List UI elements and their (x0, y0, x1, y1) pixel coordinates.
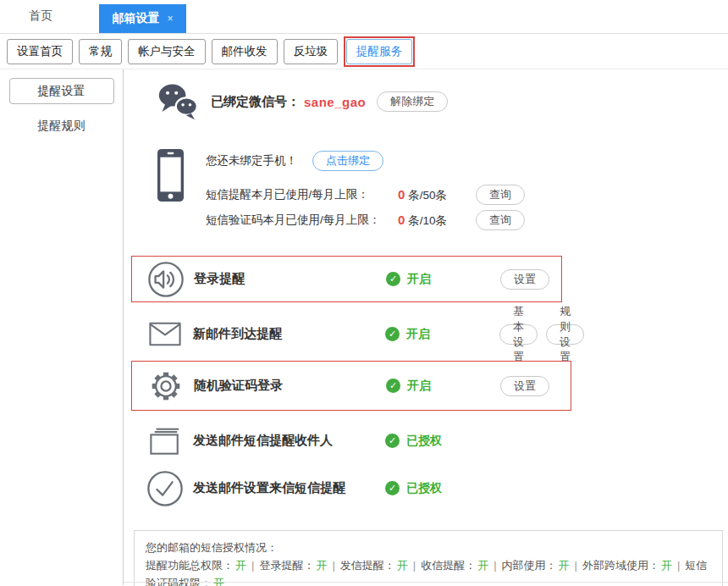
sms-used-count: 0 (398, 187, 405, 202)
auth-value: 开 (661, 559, 672, 572)
window-tab-bar: 首页 邮箱设置 × (0, 0, 728, 34)
auth-value: 开 (477, 559, 488, 572)
query-sms-button[interactable]: 查询 (476, 185, 525, 205)
bind-phone-button[interactable]: 点击绑定 (312, 151, 383, 171)
feature-status: ✓ 开启 (386, 272, 431, 287)
sms-usage-label: 短信提醒本月已使用/每月上限： (206, 187, 398, 202)
nav-tab-antispam[interactable]: 反垃圾 (284, 39, 339, 64)
auth-separator: | (575, 559, 577, 572)
feature-title: 发送邮件短信提醒收件人 (193, 433, 333, 449)
feature-status-text: 已授权 (406, 481, 442, 496)
auth-value: 开 (316, 559, 327, 572)
auth-label: 收信提醒： (421, 559, 476, 572)
sidebar: 提醒设置 提醒规则 (0, 69, 124, 585)
feature-status: ✓ 已授权 (385, 434, 442, 449)
query-sms-code-button[interactable]: 查询 (476, 210, 525, 230)
nav-tab-send-receive[interactable]: 邮件收发 (212, 39, 278, 64)
wechat-icon (157, 81, 201, 122)
auth-separator: | (413, 559, 416, 572)
wechat-binding-row: 已绑定微信号： sane_gao 解除绑定 (157, 81, 448, 122)
wechat-account: sane_gao (304, 95, 366, 109)
sms-usage-line: 短信提醒本月已使用/每月上限： 0条/50条 查询 (206, 185, 525, 205)
nav-tab-account-security[interactable]: 帐户与安全 (128, 39, 206, 64)
success-check-icon: ✓ (385, 327, 400, 341)
gear-icon (146, 367, 186, 406)
feature-status-text: 开启 (407, 272, 431, 287)
sidebar-item-reminder-settings[interactable]: 提醒设置 (9, 78, 114, 104)
rule-settings-button[interactable]: 规则设置 (546, 324, 584, 345)
auth-value: 开 (397, 559, 408, 572)
feature-row-incoming-sms-reminder: 发送邮件设置来信短信提醒 ✓ 已授权 (131, 465, 571, 511)
main-panel: 已绑定微信号： sane_gao 解除绑定 您还未绑定手机！ 点击绑定 短信提醒… (124, 69, 728, 585)
check-circle-icon (145, 469, 185, 508)
phone-binding-row: 您还未绑定手机！ 点击绑定 短信提醒本月已使用/每月上限： 0条/50条 查询 … (157, 144, 715, 239)
authorization-title: 您的邮箱的短信授权情况： (146, 539, 711, 556)
speaker-icon (146, 260, 186, 299)
feature-row-login-reminder: 登录提醒 ✓ 开启 设置 (131, 256, 562, 302)
success-check-icon: ✓ (386, 379, 400, 393)
sms-stack-icon (145, 427, 185, 456)
feature-status: ✓ 已授权 (385, 481, 442, 496)
content-area: 提醒设置 提醒规则 已绑定微信号： sane_gao 解除绑定 (0, 69, 728, 585)
success-check-icon: ✓ (385, 481, 400, 495)
tab-mail-settings-label: 邮箱设置 (112, 11, 159, 26)
feature-status: ✓ 开启 (385, 327, 430, 342)
tab-home[interactable]: 首页 (0, 8, 81, 33)
unbind-button[interactable]: 解除绑定 (377, 91, 448, 112)
nav-tab-settings-home[interactable]: 设置首页 (7, 39, 73, 64)
auth-separator: | (251, 559, 254, 572)
auth-label: 发信提醒： (340, 559, 395, 572)
highlight-box-nav: 提醒服务 (344, 36, 415, 67)
sms-code-usage-label: 短信验证码本月已使用/每月上限： (206, 213, 398, 228)
auth-separator: | (332, 559, 334, 572)
feature-row-new-mail: 新邮件到达提醒 ✓ 开启 基本设置 规则设置 (131, 311, 571, 357)
mail-icon (145, 322, 185, 346)
nav-tab-reminder-service[interactable]: 提醒服务 (346, 39, 412, 64)
sms-code-usage-line: 短信验证码本月已使用/每月上限： 0条/10条 查询 (206, 210, 525, 230)
feature-row-sms-notify-recipient: 发送邮件短信提醒收件人 ✓ 已授权 (131, 417, 571, 464)
auth-label: 提醒功能总权限： (146, 559, 234, 572)
feature-title: 随机验证码登录 (194, 378, 283, 394)
tab-mail-settings[interactable]: 邮箱设置 × (99, 4, 186, 33)
sms-code-quota: 条/10条 (408, 214, 447, 227)
phone-unbound-line: 您还未绑定手机！ 点击绑定 (206, 151, 383, 171)
sms-code-used-count: 0 (398, 213, 405, 227)
feature-title: 发送邮件设置来信短信提醒 (193, 480, 345, 496)
feature-status: ✓ 开启 (386, 379, 431, 394)
auth-label: 登录提醒： (259, 559, 314, 572)
login-reminder-settings-button[interactable]: 设置 (500, 269, 549, 290)
auth-value: 开 (559, 559, 570, 572)
auth-label: 内部使用： (502, 559, 557, 572)
sms-quota: 条/50条 (408, 189, 447, 202)
feature-status-text: 开启 (407, 379, 431, 394)
phone-icon (157, 147, 185, 203)
auth-value: 开 (235, 559, 246, 572)
feature-status-text: 开启 (406, 327, 430, 342)
captcha-settings-button[interactable]: 设置 (500, 376, 549, 396)
feature-title: 登录提醒 (194, 271, 245, 287)
auth-separator: | (677, 559, 680, 572)
feature-row-captcha-login: 随机验证码登录 ✓ 开启 设置 (131, 361, 571, 411)
success-check-icon: ✓ (385, 434, 400, 448)
wechat-bound-label: 已绑定微信号： (211, 94, 300, 110)
close-icon[interactable]: × (167, 13, 173, 25)
auth-separator: | (494, 559, 496, 572)
bottom-divider (124, 582, 728, 583)
authorization-box: 您的邮箱的短信授权情况： 提醒功能总权限：开|登录提醒：开|发信提醒：开|收信提… (134, 530, 723, 586)
auth-label: 外部跨域使用： (582, 559, 659, 572)
success-check-icon: ✓ (386, 272, 400, 286)
feature-title: 新邮件到达提醒 (193, 326, 282, 342)
feature-status-text: 已授权 (406, 434, 442, 449)
phone-unbound-text: 您还未绑定手机！ (206, 153, 297, 169)
settings-nav: 设置首页 常规 帐户与安全 邮件收发 反垃圾 提醒服务 (0, 34, 728, 69)
nav-tab-general[interactable]: 常规 (79, 39, 122, 64)
sidebar-item-reminder-rules[interactable]: 提醒规则 (0, 119, 123, 134)
basic-settings-button[interactable]: 基本设置 (499, 324, 538, 345)
